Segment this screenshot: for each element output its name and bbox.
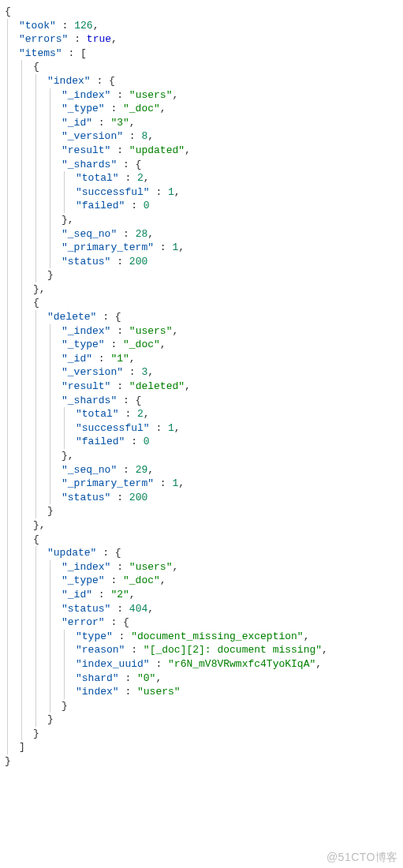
code-line: "_seq_no" : 28, — [5, 227, 403, 241]
code-line: "total" : 2, — [5, 407, 403, 421]
code-line: "status" : 200 — [5, 491, 403, 505]
code-line: { — [5, 296, 403, 310]
code-line: }, — [5, 518, 403, 533]
code-line: } — [5, 504, 403, 518]
code-line: "delete" : { — [5, 310, 403, 324]
watermark: @51CTO博客 — [327, 851, 398, 865]
code-line: "reason" : "[_doc][2]: document missing"… — [5, 643, 403, 657]
code-line: } — [5, 754, 403, 769]
code-line: "_primary_term" : 1, — [5, 241, 403, 255]
code-line: "_index" : "users", — [5, 560, 403, 574]
code-line: } — [5, 713, 403, 727]
code-line: "error" : { — [5, 615, 403, 630]
code-line: { — [5, 60, 403, 74]
code-line: "result" : "deleted", — [5, 380, 403, 394]
code-line: "failed" : 0 — [5, 199, 403, 213]
code-line: }, — [5, 213, 403, 227]
code-line: "_type" : "_doc", — [5, 102, 403, 116]
code-line: "_index" : "users", — [5, 324, 403, 339]
code-line: }, — [5, 449, 403, 463]
code-line: } — [5, 727, 403, 741]
code-line: "index" : "users" — [5, 685, 403, 699]
code-line: "failed" : 0 — [5, 435, 403, 449]
code-line: "_id" : "2", — [5, 588, 403, 602]
code-line: "_version" : 3, — [5, 365, 403, 380]
code-line: "index_uuid" : "r6N_mV8VRwmxfc4TyoKIqA", — [5, 657, 403, 672]
code-line: "_shards" : { — [5, 158, 403, 172]
code-line: "_type" : "_doc", — [5, 574, 403, 588]
code-line: "_id" : "1", — [5, 352, 403, 366]
code-line: "index" : { — [5, 74, 403, 88]
code-line: "_type" : "_doc", — [5, 338, 403, 352]
code-line: "status" : 404, — [5, 602, 403, 616]
code-line: { — [5, 5, 403, 19]
code-line: } — [5, 268, 403, 282]
code-line: }, — [5, 282, 403, 297]
json-response-block: {"took" : 126,"errors" : true,"items" : … — [0, 0, 403, 769]
code-line: "result" : "updated", — [5, 144, 403, 158]
code-line: ] — [5, 740, 403, 754]
code-line: "status" : 200 — [5, 255, 403, 269]
code-line: "successful" : 1, — [5, 185, 403, 200]
code-line: "errors" : true, — [5, 32, 403, 47]
code-line: } — [5, 699, 403, 713]
code-line: "_index" : "users", — [5, 88, 403, 103]
code-line: "_shards" : { — [5, 394, 403, 408]
code-line: { — [5, 533, 403, 547]
code-line: "items" : [ — [5, 47, 403, 61]
code-line: "_id" : "3", — [5, 116, 403, 130]
code-line: "update" : { — [5, 546, 403, 560]
code-line: "shard" : "0", — [5, 672, 403, 686]
code-line: "type" : "document_missing_exception", — [5, 630, 403, 644]
code-line: "successful" : 1, — [5, 421, 403, 436]
code-line: "total" : 2, — [5, 171, 403, 185]
code-line: "_primary_term" : 1, — [5, 477, 403, 491]
code-line: "_version" : 8, — [5, 129, 403, 144]
code-line: "took" : 126, — [5, 19, 403, 33]
code-line: "_seq_no" : 29, — [5, 463, 403, 477]
